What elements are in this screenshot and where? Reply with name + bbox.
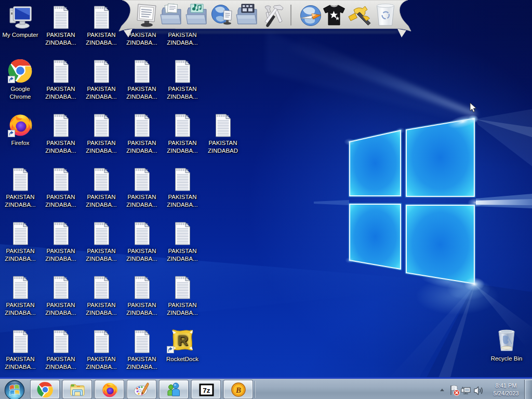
svg-text:B: B (235, 385, 241, 394)
svg-text:7z: 7z (203, 386, 210, 394)
svg-text:R: R (178, 332, 188, 349)
